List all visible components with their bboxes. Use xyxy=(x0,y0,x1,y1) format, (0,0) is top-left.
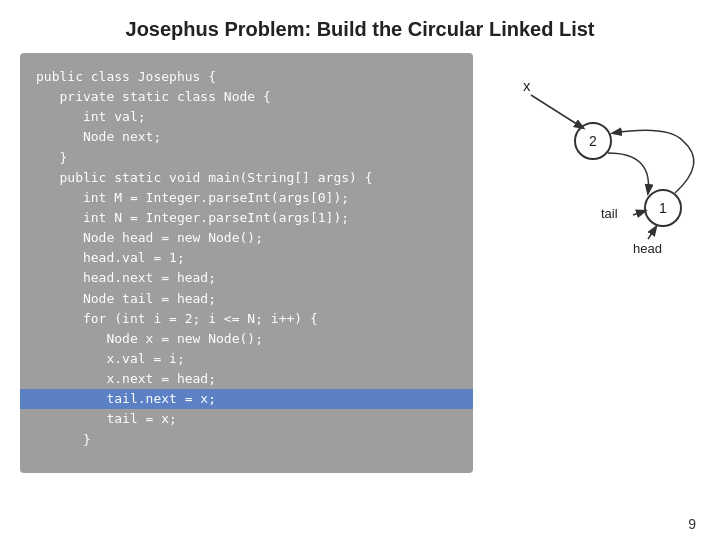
head-label: head xyxy=(633,241,662,256)
diagram-panel: x 2 1 tail head xyxy=(493,53,700,473)
node2-label: 2 xyxy=(589,133,597,149)
page-title: Josephus Problem: Build the Circular Lin… xyxy=(0,0,720,53)
x-label: x xyxy=(523,77,531,94)
page-number: 9 xyxy=(688,516,696,532)
tail-label: tail xyxy=(601,206,618,221)
code-panel: public class Josephus { private static c… xyxy=(20,53,473,473)
node1-label: 1 xyxy=(659,200,667,216)
svg-line-4 xyxy=(648,227,656,239)
svg-line-3 xyxy=(633,211,645,215)
svg-line-0 xyxy=(531,95,583,128)
